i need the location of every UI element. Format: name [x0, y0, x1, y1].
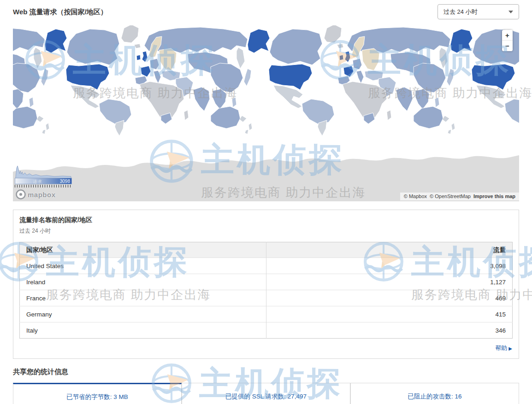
traffic-legend: 请求 3098	[15, 164, 72, 187]
tab-attacks-blocked[interactable]: 已阻止的攻击数: 16	[350, 383, 519, 404]
analytics-page: Web 流量请求（按国家/地区） 过去 24 小时	[0, 0, 532, 404]
table-header-row: 国家/地区 流量	[20, 242, 513, 258]
table-row: Ireland 1,127	[20, 274, 513, 290]
legend-gradient-bar: 请求 3098	[15, 178, 72, 184]
traffic-cell: 3,098	[266, 258, 513, 274]
help-link[interactable]: 帮助▶	[495, 345, 512, 351]
time-range-dropdown[interactable]: 过去 24 小时	[437, 4, 519, 19]
country-cell: France	[20, 290, 266, 306]
country-cell: Germany	[20, 306, 266, 322]
page-title: Web 流量请求（按国家/地区）	[13, 8, 107, 17]
card-subtitle: 过去 24 小时	[19, 227, 513, 235]
top-countries-card: 流量排名靠前的国家/地区 过去 24 小时 国家/地区 流量 United St…	[13, 210, 519, 359]
card-title: 流量排名靠前的国家/地区	[19, 216, 513, 224]
table-row: France 469	[20, 290, 513, 306]
legend-ticks	[15, 185, 72, 187]
legend-metric-label: 请求	[33, 179, 42, 185]
world-traffic-map[interactable]: + − 请求 3098 mapbox © Mapbox © OpenStreet…	[13, 25, 519, 201]
tab-bytes-saved[interactable]: 已节省的字节数: 3 MB	[13, 383, 182, 404]
traffic-cell: 469	[266, 290, 513, 306]
traffic-cell: 415	[266, 306, 513, 322]
zoom-out-button[interactable]: −	[502, 41, 513, 51]
mapbox-icon	[16, 189, 26, 199]
map-zoom-control: + −	[502, 30, 513, 51]
traffic-cell: 1,127	[266, 274, 513, 290]
card-header: 流量排名靠前的国家/地区 过去 24 小时	[13, 210, 519, 242]
country-cell: United States	[20, 258, 266, 274]
traffic-table: 国家/地区 流量 United States 3,098 Ireland 1,1…	[19, 242, 513, 339]
share-section-title: 共享您的统计信息	[13, 368, 519, 376]
caret-right-icon: ▶	[508, 346, 512, 351]
chevron-down-icon	[508, 11, 513, 13]
mapbox-logo[interactable]: mapbox	[16, 189, 56, 199]
zoom-in-button[interactable]: +	[502, 30, 513, 41]
column-header-country: 国家/地区	[20, 242, 266, 258]
column-header-traffic: 流量	[266, 242, 513, 258]
improve-map-link[interactable]: Improve this map	[473, 193, 515, 199]
traffic-cell: 346	[266, 322, 513, 339]
mapbox-attribution-link[interactable]: © Mapbox	[404, 193, 427, 199]
share-tabs: 已节省的字节数: 3 MB 已提供的 SSL 请求数: 27,497 已阻止的攻…	[13, 383, 519, 404]
table-row: United States 3,098	[20, 258, 513, 274]
tab-ssl-requests[interactable]: 已提供的 SSL 请求数: 27,497	[182, 383, 350, 404]
table-row: Germany 415	[20, 306, 513, 322]
legend-max-value: 3098	[60, 179, 70, 184]
mapbox-wordmark: mapbox	[28, 191, 56, 199]
choropleth-map-svg	[13, 25, 519, 201]
legend-histogram	[15, 164, 72, 178]
country-cell: Italy	[20, 322, 266, 339]
page-header: Web 流量请求（按国家/地区） 过去 24 小时	[0, 0, 532, 25]
table-row: Italy 346	[20, 322, 513, 339]
map-attribution: © Mapbox © OpenStreetMap Improve this ma…	[400, 193, 519, 200]
time-range-value: 过去 24 小时	[443, 8, 478, 16]
osm-attribution-link[interactable]: © OpenStreetMap	[430, 193, 471, 199]
card-footer: 帮助▶	[13, 339, 519, 358]
country-cell: Ireland	[20, 274, 266, 290]
